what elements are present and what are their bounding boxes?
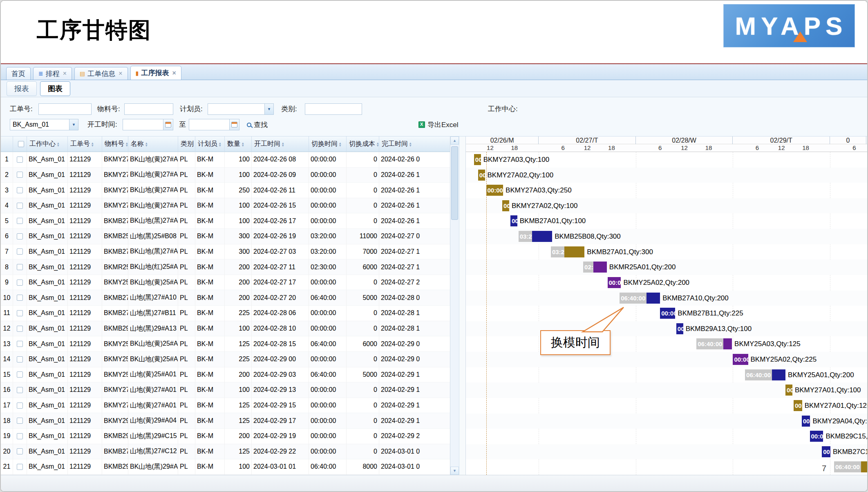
task-bar[interactable]: 00:00:00 [478, 170, 485, 181]
row-checkbox[interactable] [17, 187, 23, 193]
changeover-bar[interactable]: 03:20:00 [519, 231, 532, 242]
order-no-input[interactable] [38, 103, 92, 115]
task-bar[interactable] [532, 231, 553, 242]
tab-工序报表[interactable]: ▮工序报表× [130, 66, 181, 80]
row-checkbox[interactable] [17, 418, 23, 424]
table-row[interactable]: 4BK_Asm_01121129BKMY27A02BK山地(黄)27#A02PL… [1, 198, 450, 214]
row-checkbox[interactable] [17, 218, 23, 224]
scroll-up-icon[interactable]: ▲ [450, 136, 459, 145]
task-bar[interactable]: 00:00:00 [733, 354, 748, 365]
row-checkbox[interactable] [17, 295, 23, 301]
changeover-bar[interactable]: 06:40:00 [834, 461, 861, 472]
start-date-field[interactable] [123, 119, 163, 130]
sort-icon[interactable]: ▴▾ [409, 142, 412, 147]
row-checkbox[interactable] [17, 448, 23, 454]
table-row[interactable]: 6BK_Asm_01121129BKMB25B08山地(黑)25#B08PLBK… [1, 229, 450, 244]
row-checkbox[interactable] [17, 157, 23, 163]
panel-splitter[interactable] [459, 136, 466, 475]
table-row[interactable]: 12BK_Asm_01121129BKMB29A13山地(黑)29#A13PLB… [1, 321, 450, 337]
sort-icon[interactable]: ▴▾ [57, 142, 59, 147]
table-row[interactable]: 3BK_Asm_01121129BKMY27A03BK山地(黄)27#A03PL… [1, 183, 450, 198]
table-row[interactable]: 8BK_Asm_01121129BKMR25A01BK山地(红)25#A01PL… [1, 259, 450, 275]
column-header-planner[interactable]: 计划员▴▾ [195, 136, 225, 152]
row-checkbox[interactable] [17, 433, 23, 439]
sort-icon[interactable]: ▴▾ [242, 142, 244, 147]
row-checkbox[interactable] [17, 371, 23, 378]
export-excel-button[interactable]: 导出Excel [418, 119, 459, 131]
task-bar[interactable]: 00:00:00 [660, 308, 675, 319]
scroll-down-icon[interactable]: ▼ [450, 467, 459, 475]
task-bar[interactable]: 00:00:00 [794, 400, 802, 411]
column-header-material[interactable]: 物料号▴▾ [102, 136, 128, 152]
task-bar[interactable]: 00:00:00 [822, 446, 830, 457]
row-checkbox[interactable] [17, 326, 23, 332]
view-tab-报表[interactable]: 报表 [7, 81, 37, 96]
table-row[interactable]: 9BK_Asm_01121129BKMY25A02BK山地(黄)25#A02PL… [1, 275, 450, 291]
table-row[interactable]: 5BK_Asm_01121129BKMB27A01BK山地(黑)27#A01PL… [1, 213, 450, 229]
calendar-icon[interactable] [229, 119, 239, 130]
view-tab-图表[interactable]: 图表 [40, 81, 70, 96]
table-row[interactable]: 7BK_Asm_01121129BKMB27A01BK山地(黑)27#A01PL… [1, 244, 450, 260]
table-row[interactable]: 14BK_Asm_01121129BKMY25A02BK山地(黄)25#A02P… [1, 352, 450, 367]
table-vertical-scrollbar[interactable]: ▲ ▼ [450, 136, 459, 475]
column-header-changeover[interactable]: 切换时间▴▾ [309, 136, 347, 152]
table-row[interactable]: 17BK_Asm_01121129BKMY27A01山地(黄)27#A01PLB… [1, 398, 450, 414]
start-date-input[interactable] [123, 119, 173, 130]
task-bar[interactable]: 00:00:00 [802, 416, 810, 427]
sort-icon[interactable]: ▴▾ [282, 142, 284, 147]
task-bar[interactable]: 00:00:00 [502, 200, 509, 211]
table-row[interactable]: 1BK_Asm_01121129BKMY27A03BK山地(黄)27#A03PL… [1, 152, 450, 168]
end-date-input[interactable] [189, 119, 239, 130]
row-checkbox[interactable] [17, 172, 23, 178]
row-checkbox[interactable] [17, 341, 23, 347]
sort-icon[interactable]: ▴▾ [92, 142, 94, 147]
sort-icon[interactable]: ▴▾ [145, 142, 148, 147]
table-row[interactable]: 20BK_Asm_01121129BKMB27C12山地(黑)27#C12PLB… [1, 444, 450, 460]
task-bar[interactable]: 00:00:00 [510, 215, 517, 226]
calendar-icon[interactable] [163, 119, 173, 130]
close-tab-icon[interactable]: × [63, 70, 67, 77]
table-row[interactable]: 2BK_Asm_01121129BKMY27A02BK山地(黄)27#A02PL… [1, 168, 450, 183]
column-header-order_no[interactable]: 工单号▴▾ [68, 136, 102, 152]
table-row[interactable]: 11BK_Asm_01121129BKMB27B11山地(黑)27#B11PLB… [1, 306, 450, 321]
column-header-cost[interactable]: 切换成本▴▾ [347, 136, 379, 152]
row-checkbox[interactable] [17, 356, 23, 362]
search-button[interactable]: 查找 [247, 119, 268, 131]
task-bar[interactable]: 00:00:00 [486, 185, 503, 196]
sort-icon[interactable]: ▴▾ [126, 142, 128, 147]
category-input[interactable] [305, 103, 362, 115]
table-row[interactable]: 15BK_Asm_01121129BKMY25A01山地(黄)25#A01PLB… [1, 367, 450, 383]
task-bar[interactable] [593, 262, 607, 273]
task-bar[interactable] [772, 369, 785, 380]
sort-icon[interactable]: ▴▾ [377, 142, 379, 147]
task-bar[interactable]: 00:00:00 [676, 323, 683, 334]
column-header-start[interactable]: 开工时间▴▾ [252, 136, 309, 152]
row-checkbox[interactable] [17, 387, 23, 393]
changeover-bar[interactable]: 06:40:00 [696, 338, 723, 349]
row-checkbox[interactable] [17, 464, 23, 470]
close-tab-icon[interactable]: × [172, 69, 176, 77]
table-row[interactable]: 19BK_Asm_01121129BKMB29C15山地(黑)29#C15PLB… [1, 429, 450, 444]
table-row[interactable]: 18BK_Asm_01121129BKMY29A04山地(黄)29#A04PLB… [1, 413, 450, 429]
table-row[interactable]: 16BK_Asm_01121129BKMY27A01山地(黄)27#A01PLB… [1, 382, 450, 398]
scrollbar-thumb[interactable] [451, 146, 458, 220]
column-header-finish[interactable]: 完工时间▴▾ [379, 136, 450, 152]
end-date-field[interactable] [189, 119, 229, 130]
row-checkbox[interactable] [17, 248, 23, 255]
table-row[interactable]: 21BK_Asm_01121129BKMB29A01BK山地(黑)29#A01P… [1, 459, 450, 475]
table-row[interactable]: 10BK_Asm_01121129BKMB27A10山地(黑)27#A10PLB… [1, 290, 450, 306]
column-header-workcenter[interactable]: 工作中心▴▾ [27, 136, 68, 152]
planner-select[interactable]: ▼ [208, 103, 274, 115]
tab-排程[interactable]: ≣排程× [33, 67, 72, 80]
task-bar[interactable] [861, 461, 867, 472]
select-all-checkbox[interactable] [18, 141, 24, 147]
row-checkbox[interactable] [17, 264, 23, 270]
tab-工单信息[interactable]: ▤工单信息× [74, 67, 128, 80]
changeover-bar[interactable]: 02:30:00 [583, 262, 593, 273]
row-checkbox[interactable] [17, 403, 23, 409]
workcenter-select[interactable]: BK_Asm_01 ▼ [10, 119, 78, 130]
changeover-bar[interactable]: 03:20:00 [551, 246, 564, 257]
row-checkbox[interactable] [17, 203, 23, 209]
task-bar[interactable]: 00:00:00 [785, 385, 792, 396]
tab-首页[interactable]: 首页 [6, 67, 31, 80]
